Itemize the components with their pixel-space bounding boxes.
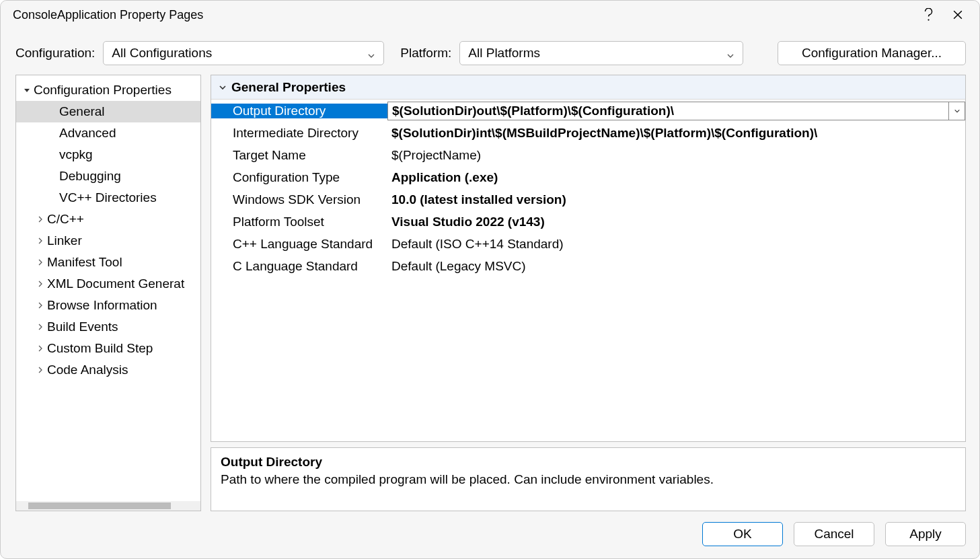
apply-button[interactable]: Apply [885, 522, 966, 546]
bottom-buttons: OK Cancel Apply [1, 511, 979, 558]
tree-item[interactable]: Debugging [16, 165, 200, 187]
tree-item[interactable]: General [16, 101, 200, 122]
cancel-button[interactable]: Cancel [794, 522, 874, 546]
tree-item-label: C/C++ [47, 212, 84, 227]
chevron-down-icon [22, 87, 32, 94]
description-pane: Output Directory Path to where the compi… [211, 447, 966, 511]
property-pages-dialog: ConsoleApplication Property Pages Config… [0, 0, 980, 559]
configuration-manager-button[interactable]: Configuration Manager... [778, 41, 966, 65]
property-row[interactable]: Intermediate Directory$(SolutionDir)int\… [211, 122, 965, 144]
property-label: Output Directory [211, 104, 387, 118]
platform-dropdown[interactable]: All Platforms [459, 41, 743, 65]
tree-item[interactable]: Advanced [16, 122, 200, 144]
tree-item[interactable]: Manifest Tool [16, 252, 200, 273]
help-icon[interactable] [913, 4, 943, 26]
svg-point-0 [928, 19, 929, 20]
property-value-editor[interactable]: $(SolutionDir)out\$(Platform)\$(Configur… [387, 102, 965, 120]
tree-item[interactable]: VC++ Directories [16, 187, 200, 209]
chevron-right-icon [35, 216, 46, 223]
chevron-right-icon [35, 324, 46, 330]
tree-item[interactable]: XML Document Generat [16, 273, 200, 295]
tree-item-label: Build Events [47, 320, 118, 334]
tree-item-label: General [59, 104, 105, 119]
property-row[interactable]: Output Directory$(SolutionDir)out\$(Plat… [211, 100, 965, 122]
property-label: Intermediate Directory [211, 126, 387, 141]
tree-item-label: Custom Build Step [47, 341, 153, 356]
tree-item-label: Advanced [59, 126, 116, 141]
property-row[interactable]: Windows SDK Version10.0 (latest installe… [211, 188, 965, 211]
property-grid: General Properties Output Directory$(Sol… [211, 75, 966, 442]
tree-item-label: vcpkg [59, 147, 93, 162]
tree-root[interactable]: Configuration Properties [16, 79, 200, 101]
tree-item[interactable]: Linker [16, 230, 200, 252]
group-header[interactable]: General Properties [211, 75, 965, 100]
property-label: Windows SDK Version [211, 192, 387, 207]
tree-item[interactable]: C/C++ [16, 209, 200, 230]
property-value: Application (.exe) [387, 170, 965, 185]
property-row[interactable]: Target Name$(ProjectName) [211, 144, 965, 166]
tree-inner: Configuration Properties GeneralAdvanced… [16, 75, 200, 381]
chevron-right-icon [35, 367, 46, 373]
right-pane: General Properties Output Directory$(Sol… [211, 75, 966, 511]
description-text: Path to where the compiled program will … [221, 472, 956, 487]
tree-item-label: Linker [47, 233, 82, 248]
tree-item[interactable]: Browse Information [16, 295, 200, 316]
tree-item[interactable]: Custom Build Step [16, 338, 200, 359]
window-title: ConsoleApplication Property Pages [13, 8, 913, 22]
property-label: Platform Toolset [211, 215, 387, 229]
chevron-right-icon [35, 302, 46, 309]
configuration-row: Configuration: All Configurations Platfo… [1, 29, 979, 75]
property-value: $(SolutionDir)out\$(Platform)\$(Configur… [388, 104, 948, 118]
close-icon[interactable] [943, 4, 973, 26]
tree-item-label: VC++ Directories [59, 190, 157, 205]
property-row[interactable]: Platform ToolsetVisual Studio 2022 (v143… [211, 211, 965, 233]
chevron-down-icon [726, 48, 736, 58]
property-label: C++ Language Standard [211, 237, 387, 252]
property-value: Default (ISO C++14 Standard) [387, 237, 965, 252]
configuration-dropdown[interactable]: All Configurations [103, 41, 384, 65]
property-row[interactable]: C Language StandardDefault (Legacy MSVC) [211, 255, 965, 277]
property-value: Default (Legacy MSVC) [387, 259, 965, 274]
property-label: Configuration Type [211, 170, 387, 185]
chevron-down-icon[interactable] [948, 102, 965, 120]
property-value: $(ProjectName) [387, 148, 965, 163]
tree-item-label: XML Document Generat [47, 276, 184, 291]
tree-item-label: Debugging [59, 169, 121, 184]
platform-value: All Platforms [468, 46, 540, 61]
tree-root-label: Configuration Properties [34, 83, 172, 98]
group-title: General Properties [231, 80, 346, 95]
tree-item-label: Browse Information [47, 298, 157, 313]
property-value: $(SolutionDir)int\$(MSBuildProjectName)\… [387, 126, 965, 141]
chevron-right-icon [35, 237, 46, 244]
chevron-down-icon [367, 48, 377, 58]
tree-item-label: Code Analysis [47, 363, 128, 377]
tree-pane: Configuration Properties GeneralAdvanced… [15, 75, 201, 511]
property-label: C Language Standard [211, 259, 387, 274]
chevron-right-icon [35, 259, 46, 266]
ok-button[interactable]: OK [702, 522, 783, 546]
titlebar: ConsoleApplication Property Pages [1, 1, 979, 29]
property-value: 10.0 (latest installed version) [387, 192, 965, 207]
tree-item[interactable]: Build Events [16, 316, 200, 338]
property-row[interactable]: C++ Language StandardDefault (ISO C++14 … [211, 233, 965, 255]
scrollbar-thumb[interactable] [28, 502, 171, 509]
horizontal-scrollbar[interactable] [16, 501, 200, 511]
platform-label: Platform: [400, 46, 451, 61]
chevron-right-icon [35, 281, 46, 287]
description-title: Output Directory [221, 455, 956, 470]
chevron-right-icon [35, 345, 46, 352]
tree-item-label: Manifest Tool [47, 255, 122, 270]
property-value: Visual Studio 2022 (v143) [387, 215, 965, 229]
tree-item[interactable]: vcpkg [16, 144, 200, 165]
chevron-down-icon [217, 83, 229, 91]
body-row: Configuration Properties GeneralAdvanced… [1, 75, 979, 511]
configuration-label: Configuration: [15, 46, 95, 61]
tree-item[interactable]: Code Analysis [16, 359, 200, 381]
property-row[interactable]: Configuration TypeApplication (.exe) [211, 166, 965, 188]
property-label: Target Name [211, 148, 387, 163]
configuration-value: All Configurations [112, 46, 212, 61]
